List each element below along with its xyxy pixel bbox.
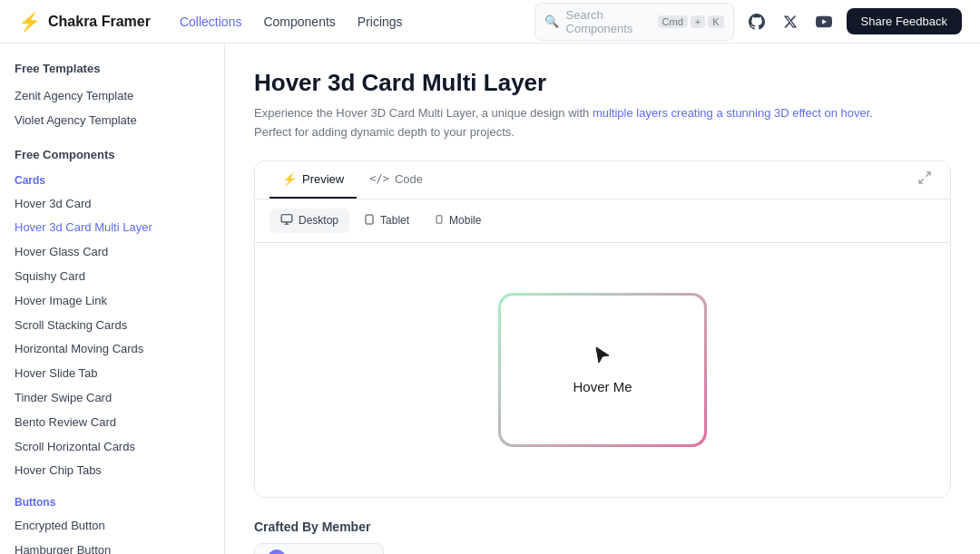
nav-components[interactable]: Components	[263, 15, 335, 29]
hover-3d-card[interactable]: Hover Me	[498, 293, 707, 447]
sidebar-free-components-title: Free Components	[15, 148, 210, 161]
sidebar-item-hover-chip[interactable]: Hover Chip Tabs	[15, 459, 210, 483]
view-tab-tablet[interactable]: Tablet	[353, 209, 420, 233]
hover-me-text: Hover Me	[573, 379, 632, 394]
preview-tabs-row: ⚡ Preview </> Code	[255, 161, 950, 199]
sidebar-item-encrypted-btn[interactable]: Encrypted Button	[15, 514, 210, 539]
sidebar-item-tinder-swipe[interactable]: Tinder Swipe Card	[15, 386, 210, 411]
twitter-icon[interactable]	[779, 11, 801, 33]
view-tab-desktop-label: Desktop	[299, 214, 338, 227]
view-tab-desktop[interactable]: Desktop	[270, 209, 349, 233]
layout: Free Templates Zenit Agency Template Vio…	[0, 44, 980, 554]
kbd-plus: +	[691, 15, 705, 28]
svg-rect-0	[281, 214, 292, 221]
sidebar-item-hamburger-btn[interactable]: Hamburger Button	[15, 539, 210, 554]
view-tab-mobile-label: Mobile	[449, 214, 481, 227]
desktop-icon	[280, 213, 293, 228]
kbd-k: K	[708, 15, 723, 28]
sidebar-item-squishy[interactable]: Squishy Card	[15, 265, 210, 289]
sidebar-item-hover3d-multi[interactable]: Hover 3d Card Multi Layer	[15, 216, 210, 240]
sidebar-category-cards: Cards	[15, 174, 210, 187]
tab-code-label: Code	[395, 172, 423, 186]
sidebar-category-buttons: Buttons	[15, 496, 210, 509]
sidebar-item-violet[interactable]: Violet Agency Template	[15, 109, 210, 133]
sidebar: Free Templates Zenit Agency Template Vio…	[0, 44, 225, 554]
tablet-icon	[364, 213, 375, 228]
brand-name: Chakra Framer	[48, 14, 151, 30]
sidebar-item-scroll-horizontal[interactable]: Scroll Horizontal Cards	[15, 435, 210, 460]
view-tabs-row: Desktop Tablet Mobile	[255, 199, 950, 243]
tab-preview-label: Preview	[302, 172, 344, 186]
tab-code[interactable]: </> Code	[357, 161, 436, 199]
share-feedback-button[interactable]: Share Feedback	[847, 8, 962, 34]
logo[interactable]: ⚡ Chakra Framer	[18, 11, 151, 33]
page-title: Hover 3d Card Multi Layer	[254, 69, 951, 97]
main-content: Hover 3d Card Multi Layer Experience the…	[225, 44, 980, 554]
view-tab-tablet-label: Tablet	[380, 214, 409, 227]
sidebar-item-hover3d[interactable]: Hover 3d Card	[15, 192, 210, 217]
sidebar-item-bento-review[interactable]: Bento Review Card	[15, 411, 210, 435]
svg-rect-3	[366, 215, 373, 224]
mobile-icon	[435, 213, 444, 228]
member-avatar	[268, 549, 286, 554]
sidebar-item-hover-slide[interactable]: Hover Slide Tab	[15, 362, 210, 386]
code-icon: </>	[369, 172, 389, 185]
nav-collections[interactable]: Collections	[180, 15, 241, 29]
sidebar-free-templates-title: Free Templates	[15, 62, 210, 75]
search-icon: 🔍	[544, 15, 559, 28]
search-placeholder: Search Components	[566, 8, 651, 35]
cursor-icon	[592, 345, 613, 372]
search-shortcut: Cmd + K	[658, 15, 724, 28]
header: ⚡ Chakra Framer Collections Components P…	[0, 0, 980, 44]
nav-pricings[interactable]: Pricings	[358, 15, 403, 29]
crafted-section: Crafted By Member Sahil Chaubey	[254, 520, 951, 554]
view-tab-mobile[interactable]: Mobile	[424, 209, 492, 233]
header-right: 🔍 Search Components Cmd + K Share Feedba…	[534, 3, 962, 41]
search-bar[interactable]: 🔍 Search Components Cmd + K	[534, 3, 734, 41]
crafted-title: Crafted By Member	[254, 520, 951, 534]
sidebar-item-glass-card[interactable]: Hover Glass Card	[15, 240, 210, 265]
sidebar-item-horizontal-moving[interactable]: Horizontal Moving Cards	[15, 337, 210, 362]
card-inner: Hover Me	[501, 296, 704, 444]
preview-container: ⚡ Preview </> Code Desktop	[254, 160, 951, 498]
preview-icon: ⚡	[282, 172, 297, 186]
sidebar-item-scroll-stacking[interactable]: Scroll Stacking Cards	[15, 314, 210, 338]
kbd-cmd: Cmd	[658, 15, 688, 28]
page-description: Experience the Hover 3D Card Multi Layer…	[254, 104, 889, 142]
tab-preview[interactable]: ⚡ Preview	[270, 161, 357, 199]
sidebar-item-hover-image[interactable]: Hover Image Link	[15, 289, 210, 314]
sidebar-item-zenit[interactable]: Zenit Agency Template	[15, 84, 210, 109]
youtube-icon[interactable]	[812, 10, 836, 34]
logo-icon: ⚡	[18, 11, 41, 33]
main-nav: Collections Components Pricings	[180, 15, 403, 29]
svg-rect-5	[436, 215, 442, 222]
github-icon[interactable]	[745, 10, 769, 34]
member-badge[interactable]: Sahil Chaubey	[254, 543, 384, 554]
preview-area: Hover Me	[255, 243, 950, 497]
expand-button[interactable]	[914, 167, 936, 192]
